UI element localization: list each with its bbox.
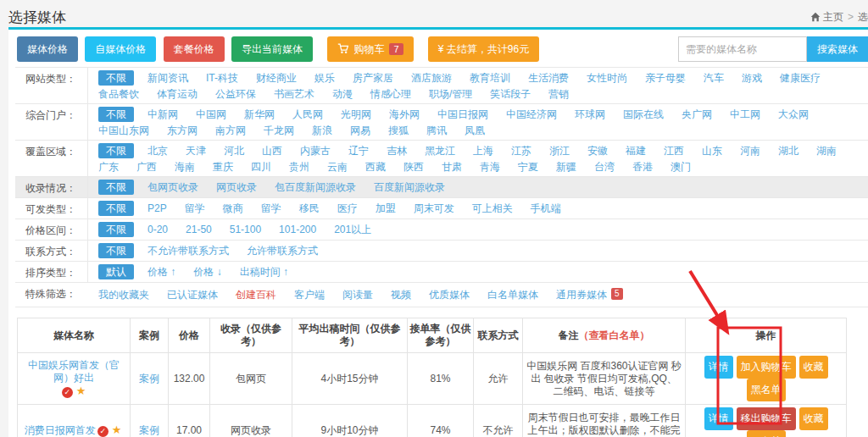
filter-option[interactable]: 广西 (136, 159, 157, 174)
filter-selected-chip[interactable]: 不限 (98, 70, 134, 86)
special-filter-option[interactable]: 我的收藏夹 (98, 287, 149, 302)
filter-selected-chip[interactable]: 不限 (98, 107, 134, 122)
filter-option[interactable]: 移民 (299, 201, 320, 216)
media-name-link[interactable]: 中国娱乐网首发（官网）好出 (28, 359, 120, 384)
filter-option[interactable]: 中国山东网 (98, 123, 149, 138)
filter-option[interactable]: 湖北 (778, 143, 798, 158)
filter-option[interactable]: 陕西 (403, 159, 424, 174)
blacklist-button[interactable]: 黑名单 (747, 430, 786, 437)
filter-option[interactable]: 央广网 (682, 107, 712, 122)
filter-option[interactable]: 上海 (473, 143, 493, 158)
filter-option[interactable]: 财经商业 (256, 70, 297, 86)
filter-option[interactable]: 江苏 (511, 143, 531, 158)
special-filter-option[interactable]: 客户端 (294, 287, 325, 302)
filter-option[interactable]: 山西 (262, 143, 282, 158)
filter-option[interactable]: 娱乐 (314, 70, 335, 86)
filter-option[interactable]: 西藏 (365, 159, 386, 174)
special-filter-option[interactable]: 视频 (391, 287, 411, 302)
filter-option[interactable]: 海外网 (389, 107, 420, 122)
filter-option[interactable]: 青海 (480, 159, 500, 174)
filter-option[interactable]: 河南 (740, 143, 760, 158)
filter-option[interactable]: IT-科技 (206, 70, 238, 86)
filter-option[interactable]: 四川 (251, 159, 271, 174)
filter-option[interactable]: 0-20 (147, 222, 168, 237)
filter-option[interactable]: 山东 (702, 143, 722, 158)
filter-option[interactable]: 吉林 (387, 143, 407, 158)
filter-option[interactable]: 允许带联系方式 (247, 243, 318, 258)
filter-option[interactable]: 内蒙古 (300, 143, 331, 158)
view-whitelist-link[interactable]: （查看白名单） (579, 329, 650, 341)
filter-option[interactable]: 周末可发 (414, 201, 454, 216)
filter-option[interactable]: 游戏 (742, 70, 762, 86)
filter-option[interactable]: 体育运动 (157, 86, 198, 102)
filter-option[interactable]: 凤凰 (465, 123, 485, 138)
filter-option[interactable]: 101-200 (279, 222, 316, 237)
filter-option[interactable]: 人民网 (292, 107, 323, 122)
favorite-button[interactable]: 收藏 (799, 356, 828, 379)
filter-option[interactable]: 新浪 (312, 123, 332, 138)
filter-option[interactable]: 营销 (548, 86, 569, 102)
filter-selected-chip[interactable]: 不限 (98, 143, 134, 158)
special-filter-option[interactable]: 创建百科 (236, 287, 276, 302)
media-search-input[interactable] (678, 36, 807, 62)
filter-option[interactable]: 中国日报网 (437, 107, 488, 122)
filter-option[interactable]: 动漫 (332, 86, 353, 102)
filter-option[interactable]: 笑话段子 (490, 86, 531, 102)
filter-option[interactable]: 重庆 (213, 159, 233, 174)
filter-option[interactable]: 微商 (223, 201, 243, 216)
filter-option[interactable]: 环球网 (575, 107, 605, 122)
blacklist-button[interactable]: 黑名单 (747, 379, 786, 401)
filter-option[interactable]: 湖南 (816, 143, 837, 158)
filter-option[interactable]: 新闻资讯 (147, 70, 188, 86)
detail-button[interactable]: 详情 (704, 356, 733, 379)
filter-option[interactable]: 医疗 (337, 201, 358, 216)
filter-option[interactable]: 宁夏 (518, 159, 538, 174)
remove-from-cart-button[interactable]: 移出购物车 (737, 407, 796, 430)
filter-option[interactable]: 公益环保 (215, 86, 256, 102)
filter-option[interactable]: 百度新闻源收录 (374, 180, 445, 195)
filter-option[interactable]: 食品餐饮 (98, 86, 139, 102)
filter-option[interactable]: 情感心理 (370, 86, 411, 102)
search-media-button[interactable]: 搜索媒体 (807, 36, 868, 62)
filter-option[interactable]: 201以上 (334, 222, 371, 237)
filter-option[interactable]: 生活消费 (528, 70, 569, 86)
filter-option[interactable]: 搜狐 (388, 123, 409, 138)
filter-option[interactable]: 澳门 (670, 159, 691, 174)
filter-option[interactable]: 新华网 (244, 107, 275, 122)
export-current-media-button[interactable]: 导出当前媒体 (231, 36, 313, 62)
filter-selected-chip[interactable]: 不限 (98, 201, 134, 216)
filter-option[interactable]: P2P (147, 201, 167, 216)
filter-option[interactable]: 酒店旅游 (411, 70, 452, 86)
special-filter-option[interactable]: 优质媒体 (429, 287, 470, 302)
filter-option[interactable]: 东方网 (167, 123, 198, 138)
filter-option[interactable]: 贵州 (289, 159, 309, 174)
media-name-link[interactable]: 消费日报网首发 (25, 424, 96, 436)
filter-option[interactable]: 包网页收录 (147, 180, 198, 195)
filter-option[interactable]: 光明网 (341, 107, 371, 122)
add-to-cart-button[interactable]: 加入购物车 (737, 356, 796, 379)
filter-option[interactable]: 黑龙江 (425, 143, 455, 158)
cart-button[interactable]: 购物车7 (327, 36, 413, 62)
filter-option[interactable]: 腾讯 (426, 123, 447, 138)
filter-option[interactable]: 云南 (327, 159, 348, 174)
filter-option[interactable]: 包百度新闻源收录 (275, 180, 356, 195)
filter-option[interactable]: 台湾 (594, 159, 615, 174)
filter-option[interactable]: 汽车 (704, 70, 724, 86)
filter-option[interactable]: 21-50 (186, 222, 212, 237)
filter-option[interactable]: 安徽 (587, 143, 608, 158)
filter-option[interactable]: 价格 ↓ (193, 264, 221, 279)
filter-option[interactable]: 网页收录 (216, 180, 257, 195)
filter-selected-chip[interactable]: 默认 (98, 264, 134, 279)
favorite-button[interactable]: 收藏 (799, 407, 828, 430)
filter-option[interactable]: 价格 ↑ (147, 264, 175, 279)
filter-option[interactable]: 亲子母婴 (645, 70, 686, 86)
checkout-button[interactable]: ¥ 去结算，共计96元 (428, 36, 539, 62)
filter-option[interactable]: 中新网 (147, 107, 178, 122)
selfmedia-price-button[interactable]: 自媒体价格 (85, 36, 156, 62)
filter-option[interactable]: 可上相关 (472, 201, 513, 216)
special-filter-option[interactable]: 阅读量 (342, 287, 373, 302)
filter-option[interactable]: 香港 (632, 159, 653, 174)
filter-option[interactable]: 教育培训 (470, 70, 510, 86)
breadcrumb-home-link[interactable]: 主页 (823, 11, 843, 23)
filter-option[interactable]: 广东 (98, 159, 119, 174)
